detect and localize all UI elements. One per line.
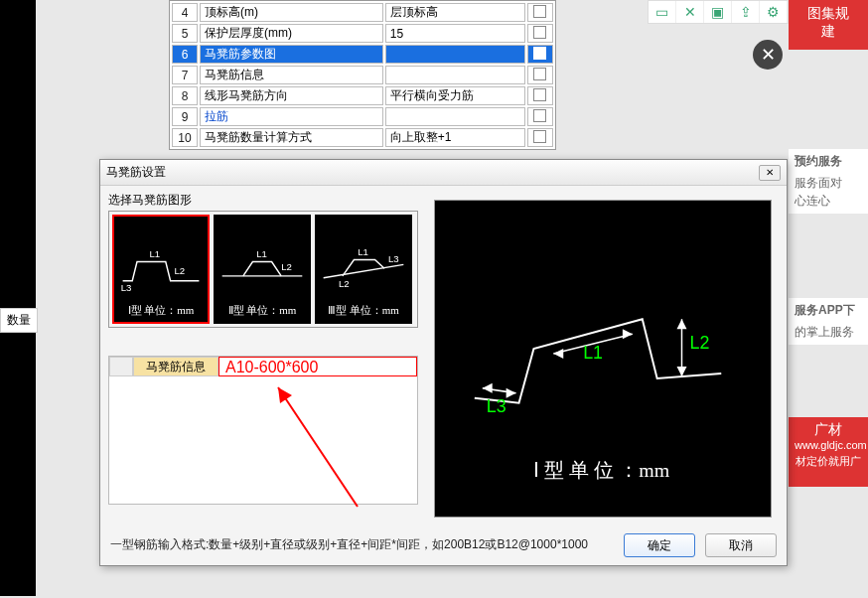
format-hint: 一型钢筋输入格式:数量+级别+直径或级别+直径+间距*间距，如200B12或B1… xyxy=(110,536,588,553)
dialog-title: 马凳筋设置 xyxy=(106,164,166,181)
svg-text:L1: L1 xyxy=(256,248,267,259)
table-row[interactable]: 4顶标高(m)层顶标高 xyxy=(172,3,553,22)
svg-marker-15 xyxy=(677,319,687,329)
save-icon[interactable]: ▣ xyxy=(704,1,732,23)
info-corner xyxy=(109,357,133,376)
ok-button[interactable]: 确定 xyxy=(624,533,695,557)
table-row[interactable]: 7马凳筋信息 xyxy=(172,66,553,84)
cancel-button[interactable]: 取消 xyxy=(705,533,777,557)
info-label: 马凳筋信息 xyxy=(133,357,218,376)
right-ad: 广材 www.gldjc.com 材定价就用广 xyxy=(789,417,868,487)
svg-marker-19 xyxy=(483,383,493,393)
svg-marker-16 xyxy=(677,367,687,376)
right-app-line: 的掌上服务 xyxy=(789,320,868,345)
svg-marker-20 xyxy=(506,388,516,398)
svg-marker-11 xyxy=(553,349,563,359)
svg-text:Ⅰ 型 单 位 ：mm: Ⅰ 型 单 位 ：mm xyxy=(533,459,669,481)
svg-text:L2: L2 xyxy=(689,333,709,353)
svg-text:L2: L2 xyxy=(339,278,350,289)
right-banner: 图集规 建 xyxy=(789,0,868,50)
svg-text:L1: L1 xyxy=(358,246,368,257)
info-panel: 马凳筋信息 A10-600*600 xyxy=(108,356,418,505)
svg-text:L3: L3 xyxy=(487,396,506,416)
table-row[interactable]: 9拉筋 xyxy=(172,107,553,126)
svg-text:L3: L3 xyxy=(121,282,132,293)
svg-marker-12 xyxy=(623,329,633,339)
expand-icon[interactable]: ✕ xyxy=(676,1,704,23)
svg-line-6 xyxy=(324,264,404,277)
table-row[interactable]: 10马凳筋数量计算方式向上取整+1 xyxy=(172,128,553,147)
share-icon[interactable]: ⇪ xyxy=(732,1,760,23)
table-row[interactable]: 8线形马凳筋方向平行横向受力筋 xyxy=(172,86,553,105)
svg-text:L2: L2 xyxy=(174,265,185,276)
phone-icon[interactable]: ▭ xyxy=(649,1,676,23)
shape-selector: L1 L2 L3 Ⅰ型 单位：mm L1 L2 Ⅱ型 单位：mm xyxy=(108,211,418,328)
svg-text:L1: L1 xyxy=(583,343,603,363)
svg-text:L3: L3 xyxy=(388,253,399,264)
dialog-titlebar[interactable]: 马凳筋设置 ✕ xyxy=(100,160,787,186)
shape-preview: L1 L2 L3 Ⅰ 型 单 位 ：mm xyxy=(434,200,772,518)
shape-option-2[interactable]: L1 L2 Ⅱ型 单位：mm xyxy=(214,215,311,324)
table-row[interactable]: 6马凳筋参数图 xyxy=(172,45,553,64)
thumbnail-strip xyxy=(0,0,36,596)
table-row[interactable]: 5保护层厚度(mm)15 xyxy=(172,24,553,43)
overlay-close-button[interactable]: ✕ xyxy=(753,40,783,70)
right-service-line2: 心连心 xyxy=(789,189,868,214)
dialog-close-button[interactable]: ✕ xyxy=(759,165,781,181)
shape-option-3[interactable]: L1 L3 L2 Ⅲ型 单位：mm xyxy=(315,215,412,324)
top-icon-bar: ▭ ✕ ▣ ⇪ ⚙ xyxy=(648,0,789,24)
stirrup-dialog: 马凳筋设置 ✕ 选择马凳筋图形 L1 L2 L3 Ⅰ型 单位：mm L1 L2 xyxy=(99,159,788,566)
info-value-input[interactable]: A10-600*600 xyxy=(218,357,417,376)
svg-text:L1: L1 xyxy=(149,248,160,259)
quantity-label: 数量 xyxy=(0,308,38,333)
shape-option-1[interactable]: L1 L2 L3 Ⅰ型 单位：mm xyxy=(112,215,210,324)
gear-icon[interactable]: ⚙ xyxy=(760,1,788,23)
svg-text:L2: L2 xyxy=(281,261,292,272)
property-table: 4顶标高(m)层顶标高5保护层厚度(mm)156马凳筋参数图7马凳筋信息8线形马… xyxy=(169,0,556,150)
